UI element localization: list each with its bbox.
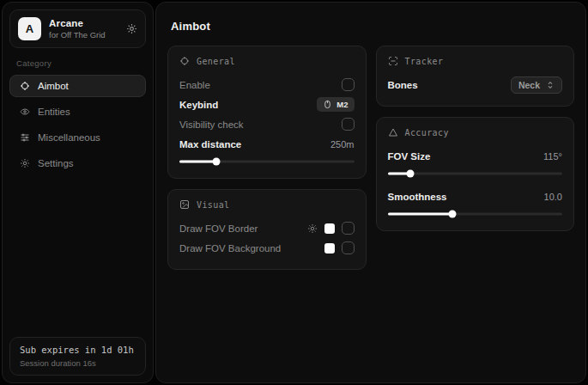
sidebar-item-label: Aimbot (38, 81, 69, 91)
general-card-header: General (179, 56, 355, 66)
app-window: A Arcane for Off The Grid Category (0, 0, 588, 385)
keybind-label: Keybind (179, 100, 218, 110)
tracker-card-header: Tracker (388, 56, 563, 66)
visual-card: Visual Draw FOV Border (167, 189, 367, 270)
gear-icon (19, 158, 30, 168)
brand-title: Arcane (49, 18, 118, 28)
draw-fov-background-checkbox[interactable] (342, 241, 355, 254)
left-column: General Enable Keybind (167, 46, 367, 270)
general-card: General Enable Keybind (167, 46, 367, 179)
sidebar-item-label: Entities (38, 107, 70, 117)
sidebar-item-label: Settings (38, 158, 74, 168)
fov-size-value: 115° (543, 151, 562, 162)
visual-card-title: Visual (197, 200, 230, 210)
page-title: Aimbot (171, 20, 574, 33)
fov-size-label: FOV Size (388, 151, 431, 162)
accuracy-card-title: Accuracy (405, 128, 449, 138)
sidebar-item-miscellaneous[interactable]: Miscellaneous (9, 126, 146, 149)
max-distance-value: 250m (330, 139, 355, 150)
slider-thumb[interactable] (448, 211, 456, 218)
crosshair-icon (19, 81, 30, 91)
brand-logo: A (18, 17, 41, 40)
enable-checkbox[interactable] (342, 78, 355, 91)
bones-value: Neck (518, 80, 540, 90)
enable-label: Enable (179, 80, 210, 90)
draw-fov-border-label: Draw FOV Border (179, 223, 258, 234)
right-column: Tracker Bones Neck (376, 46, 575, 231)
crosshair-icon (179, 56, 190, 66)
updown-chevron-icon (546, 81, 555, 89)
visual-card-header: Visual (179, 199, 355, 210)
brand-subtitle: for Off The Grid (49, 30, 118, 40)
bones-select[interactable]: Neck (511, 76, 562, 94)
brand-card: A Arcane for Off The Grid (9, 9, 146, 48)
visibility-check-label: Visibility check (179, 119, 244, 130)
slider-fill (388, 213, 452, 216)
bones-row: Bones Neck (388, 75, 563, 95)
smoothness-label: Smoothness (388, 192, 447, 202)
main-panel: Aimbot General Enable (155, 2, 586, 383)
keybind-row: Keybind M2 (179, 95, 355, 114)
sidebar-item-settings[interactable]: Settings (9, 152, 146, 174)
accuracy-card: Accuracy FOV Size 115° Smoothness 10.0 (376, 117, 575, 231)
sidebar-nav: Aimbot Entities Miscellaneous (9, 75, 146, 174)
draw-fov-border-checkbox[interactable] (342, 222, 355, 235)
gear-icon[interactable] (307, 223, 318, 234)
smoothness-slider[interactable] (388, 209, 563, 219)
gear-icon[interactable] (126, 23, 137, 34)
entities-icon (19, 107, 30, 117)
tracker-card: Tracker Bones Neck (376, 46, 575, 107)
mouse-icon (323, 100, 332, 109)
triangle-icon (388, 127, 398, 138)
image-icon (179, 199, 190, 210)
enable-row: Enable (179, 75, 355, 95)
visibility-check-checkbox[interactable] (342, 118, 355, 131)
sidebar-item-aimbot[interactable]: Aimbot (9, 75, 146, 97)
draw-fov-border-row: Draw FOV Border (179, 218, 355, 238)
max-distance-row: Max distance 250m (179, 134, 355, 154)
fov-size-row: FOV Size 115° (388, 146, 563, 166)
max-distance-slider[interactable] (179, 156, 355, 167)
category-label: Category (16, 58, 153, 68)
slider-fill (179, 161, 216, 163)
slider-thumb[interactable] (212, 158, 220, 166)
smoothness-row: Smoothness 10.0 (388, 186, 563, 206)
sub-expiry-text: Sub expires in 1d 01h (20, 345, 136, 355)
subscription-card: Sub expires in 1d 01h Session duration 1… (9, 337, 146, 376)
sidebar-item-label: Miscellaneous (38, 132, 100, 143)
slider-thumb[interactable] (406, 170, 414, 178)
fov-size-slider[interactable] (388, 168, 563, 179)
session-duration-text: Session duration 16s (20, 358, 136, 368)
smoothness-value: 10.0 (544, 192, 562, 202)
sidebar: A Arcane for Off The Grid Category (2, 2, 154, 383)
draw-fov-background-row: Draw FOV Background (179, 238, 355, 258)
brand-text: Arcane for Off The Grid (49, 18, 118, 40)
accuracy-card-header: Accuracy (388, 127, 563, 138)
general-card-title: General (197, 57, 235, 66)
scan-icon (388, 56, 398, 66)
draw-fov-background-label: Draw FOV Background (179, 243, 281, 254)
fov-border-color-swatch[interactable] (324, 223, 335, 234)
fov-background-color-swatch[interactable] (324, 243, 335, 254)
sliders-icon (19, 132, 30, 143)
sidebar-item-entities[interactable]: Entities (9, 101, 146, 123)
bones-label: Bones (388, 80, 418, 90)
keybind-value: M2 (336, 100, 348, 109)
max-distance-label: Max distance (179, 139, 241, 150)
keybind-badge[interactable]: M2 (317, 97, 354, 112)
tracker-card-title: Tracker (405, 57, 444, 66)
visibility-check-row: Visibility check (179, 114, 355, 134)
